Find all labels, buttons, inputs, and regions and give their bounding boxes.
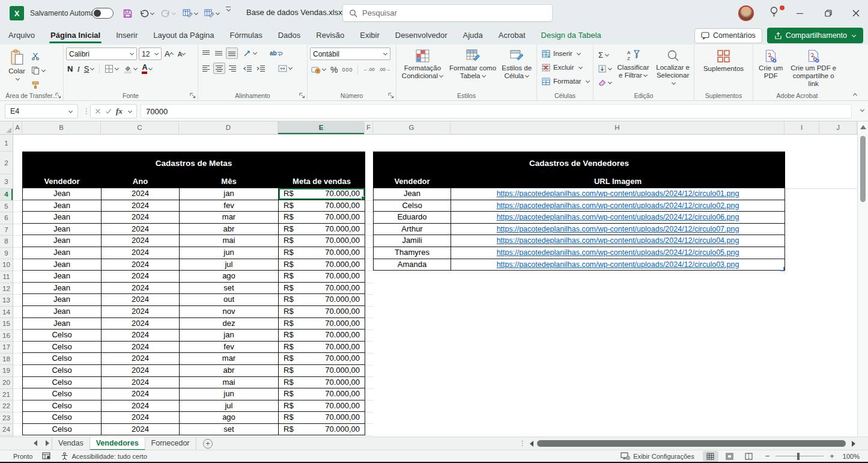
- row-header-4[interactable]: 4: [0, 189, 13, 201]
- cell-E5[interactable]: R$70.000,00: [279, 200, 365, 212]
- cell-H6[interactable]: https://pacotedeplanilhas.com/wp-content…: [451, 212, 785, 224]
- orientation-button[interactable]: [242, 48, 258, 59]
- vertical-scrollbar[interactable]: [857, 121, 868, 437]
- insert-function-button[interactable]: fx: [116, 106, 123, 116]
- scroll-left-arrow-icon[interactable]: [530, 441, 533, 447]
- wrap-text-button[interactable]: ab: [269, 48, 284, 59]
- cell-B5[interactable]: Jean: [23, 200, 102, 212]
- ribbon-tab-9[interactable]: Desenvolvedor: [395, 26, 448, 44]
- cell-C4[interactable]: 2024: [102, 188, 180, 200]
- ribbon-tab-12[interactable]: Design da Tabela: [541, 26, 601, 44]
- merge-center-button[interactable]: [277, 63, 294, 74]
- alignment-dialog-launcher[interactable]: [299, 93, 305, 99]
- cell-E19[interactable]: R$70.000,00: [279, 364, 365, 376]
- row-header-12[interactable]: 12: [0, 283, 13, 295]
- cell-E14[interactable]: R$70.000,00: [279, 305, 365, 317]
- cell-C23[interactable]: 2024: [102, 412, 180, 424]
- underline-button[interactable]: S: [83, 63, 96, 75]
- search-bar[interactable]: [342, 4, 553, 22]
- cell-B7[interactable]: Jean: [23, 223, 102, 235]
- accessibility-status[interactable]: Acessibilidade: tudo certo: [61, 452, 147, 461]
- row-header-15[interactable]: 15: [0, 318, 13, 330]
- row-header-14[interactable]: 14: [0, 307, 13, 319]
- cell-E4-selected[interactable]: R$70.000,00: [279, 188, 365, 200]
- fill-color-button[interactable]: [122, 63, 139, 75]
- cell-H7[interactable]: https://pacotedeplanilhas.com/wp-content…: [451, 223, 785, 235]
- cell-E20[interactable]: R$70.000,00: [279, 376, 365, 388]
- ribbon-tab-7[interactable]: Revisão: [316, 26, 344, 44]
- page-layout-view-button[interactable]: [722, 451, 738, 462]
- row-header-5[interactable]: 5: [0, 201, 13, 213]
- row-header-6[interactable]: 6: [0, 212, 13, 224]
- cell-B23[interactable]: Celso: [23, 412, 102, 424]
- row-header-13[interactable]: 13: [0, 295, 13, 307]
- name-box[interactable]: E4: [5, 104, 78, 118]
- cell-H10[interactable]: https://pacotedeplanilhas.com/wp-content…: [451, 259, 785, 271]
- share-button[interactable]: Compartilhamento: [767, 28, 863, 43]
- cell-G8[interactable]: Jamili: [374, 235, 451, 247]
- close-button[interactable]: [846, 0, 866, 26]
- cell-B10[interactable]: Jean: [23, 259, 102, 271]
- percent-style-button[interactable]: %: [329, 64, 339, 75]
- decrease-decimal-button[interactable]: .00→: [378, 64, 392, 75]
- autosave-toggle[interactable]: [92, 8, 114, 19]
- delete-cells-button[interactable]: Excluir: [542, 61, 590, 73]
- cancel-entry-icon[interactable]: [95, 108, 101, 114]
- italic-button[interactable]: I: [76, 63, 80, 75]
- format-cells-button[interactable]: Formatar: [542, 75, 590, 87]
- row-header-18[interactable]: 18: [0, 354, 13, 366]
- ribbon-tab-10[interactable]: Ajuda: [463, 26, 482, 44]
- cell-E18[interactable]: R$70.000,00: [279, 353, 365, 365]
- row-header-11[interactable]: 11: [0, 271, 13, 283]
- cell-D20[interactable]: mai: [180, 376, 279, 388]
- cell-C8[interactable]: 2024: [102, 235, 180, 247]
- font-size-select[interactable]: 12: [139, 48, 162, 60]
- cell-E16[interactable]: R$70.000,00: [279, 330, 365, 342]
- row-header-24[interactable]: 24: [0, 424, 13, 436]
- cell-D16[interactable]: jan: [180, 330, 279, 342]
- cell-E7[interactable]: R$70.000,00: [279, 223, 365, 235]
- increase-font-button[interactable]: A: [163, 48, 175, 60]
- font-dialog-launcher[interactable]: [190, 93, 196, 99]
- search-input[interactable]: [362, 8, 546, 17]
- clear-button[interactable]: [598, 76, 612, 88]
- cell-B9[interactable]: Jean: [23, 247, 102, 259]
- image-url-link[interactable]: https://pacotedeplanilhas.com/wp-content…: [497, 248, 739, 257]
- accounting-format-button[interactable]: [310, 64, 327, 75]
- qat-table-tool-button-2[interactable]: [204, 7, 220, 20]
- conditional-formatting-button[interactable]: Formatação Condicional: [399, 48, 446, 91]
- zoom-slider-thumb[interactable]: [797, 453, 800, 460]
- column-header-J[interactable]: J: [819, 121, 857, 134]
- cell-C5[interactable]: 2024: [102, 200, 180, 212]
- cell-E10[interactable]: R$70.000,00: [279, 259, 365, 271]
- paste-button[interactable]: Colar: [2, 48, 31, 91]
- align-bottom-button[interactable]: [226, 48, 238, 59]
- cell-D23[interactable]: ago: [180, 412, 279, 424]
- autosum-button[interactable]: Σ: [598, 49, 612, 61]
- cell-D15[interactable]: dez: [180, 317, 279, 330]
- row-header-16[interactable]: 16: [0, 330, 13, 342]
- cell-E21[interactable]: R$70.000,00: [279, 388, 365, 400]
- cell-B19[interactable]: Celso: [23, 364, 102, 376]
- scrollbar-resize-handle[interactable]: ⋮: [519, 440, 526, 447]
- cell-G9[interactable]: Thamyres: [374, 247, 451, 259]
- align-middle-button[interactable]: [213, 48, 224, 59]
- row-header-7[interactable]: 7: [0, 224, 13, 236]
- image-url-link[interactable]: https://pacotedeplanilhas.com/wp-content…: [497, 260, 739, 269]
- display-settings-button[interactable]: Exibir Configurações: [621, 452, 694, 460]
- cell-C19[interactable]: 2024: [102, 364, 180, 376]
- macro-record-icon[interactable]: [42, 452, 51, 460]
- horizontal-scrollbar-thumb[interactable]: [537, 440, 846, 447]
- whats-new-button[interactable]: [769, 6, 783, 20]
- cell-D19[interactable]: abr: [180, 364, 279, 376]
- table-resize-handle[interactable]: [780, 267, 785, 271]
- number-format-select[interactable]: Contábil: [310, 48, 390, 60]
- addins-button[interactable]: Suplementos: [697, 48, 750, 91]
- cell-E11[interactable]: R$70.000,00: [279, 271, 365, 283]
- cell-E22[interactable]: R$70.000,00: [279, 400, 365, 412]
- cell-B14[interactable]: Jean: [23, 305, 102, 317]
- bold-button[interactable]: N: [66, 63, 74, 75]
- cell-B8[interactable]: Jean: [23, 235, 102, 247]
- cell-C9[interactable]: 2024: [102, 247, 180, 259]
- minimize-button[interactable]: [789, 0, 810, 26]
